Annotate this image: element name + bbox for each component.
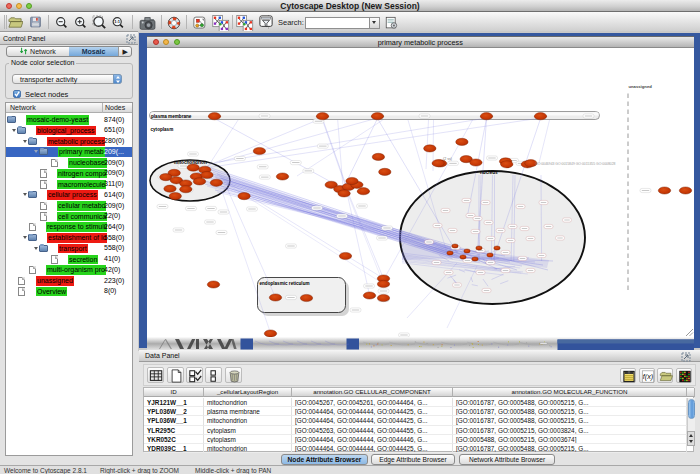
- svg-text:endoplasmic reticulum: endoplasmic reticulum: [259, 281, 309, 286]
- svg-text:nucleus: nucleus: [480, 170, 498, 175]
- svg-text:plasma membrane: plasma membrane: [151, 114, 192, 119]
- svg-text:unassigned: unassigned: [628, 84, 652, 89]
- svg-text:GO:0046943 GO:0015849 GO:00153: GO:0046943 GO:0015849 GO:0015355 GO:0008…: [535, 162, 616, 166]
- svg-text:(2 ss): (2 ss): [443, 157, 452, 161]
- svg-text:cytoplasm: cytoplasm: [150, 127, 173, 132]
- svg-text:1:1: 1:1: [114, 19, 121, 24]
- svg-text:f(x): f(x): [642, 372, 653, 381]
